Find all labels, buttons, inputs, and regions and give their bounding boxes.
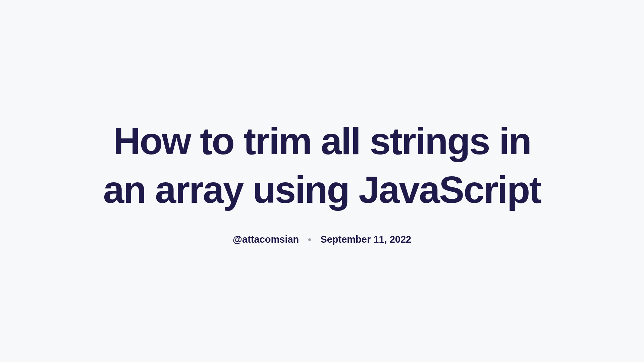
- publish-date: September 11, 2022: [320, 234, 411, 245]
- article-header: How to trim all strings in an array usin…: [87, 117, 557, 245]
- article-title: How to trim all strings in an array usin…: [101, 117, 543, 214]
- article-meta: @attacomsian September 11, 2022: [233, 234, 411, 245]
- separator-dot-icon: [308, 238, 311, 241]
- author-handle[interactable]: @attacomsian: [233, 234, 299, 245]
